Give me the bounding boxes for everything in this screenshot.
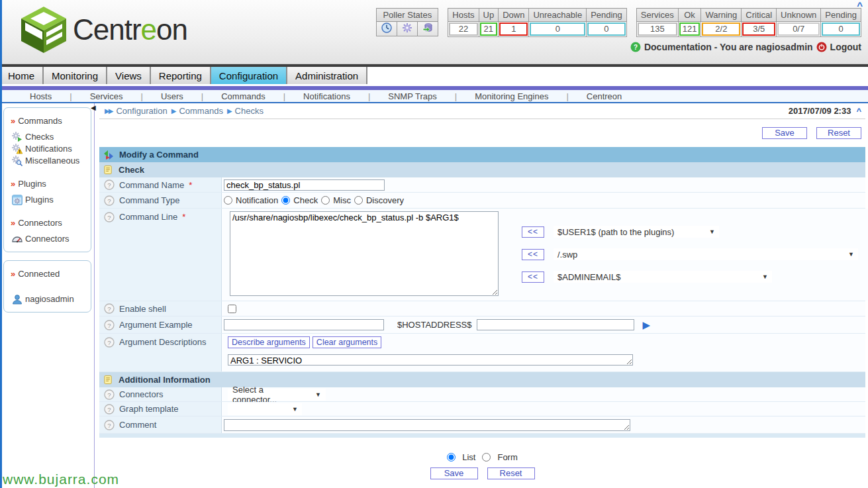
breadcrumb-checks[interactable]: Checks [235, 106, 264, 116]
tab-monitoring[interactable]: Monitoring [44, 67, 107, 84]
sidebar-item-connectors[interactable]: Connectors [9, 233, 87, 245]
insert-left-button[interactable]: << [522, 249, 544, 260]
help-circle-icon[interactable]: ? [104, 320, 115, 330]
tab-home[interactable]: Home [0, 67, 44, 84]
logout-link[interactable]: Logout [830, 42, 861, 52]
radio-discovery[interactable] [354, 196, 363, 205]
tab-views[interactable]: Views [107, 67, 151, 84]
database-export-icon [422, 23, 433, 33]
tab-configuration[interactable]: Configuration [211, 67, 287, 84]
radio-check[interactable] [281, 196, 290, 205]
argument-descriptions-textarea[interactable]: ARG1 : SERVICIO [228, 354, 633, 366]
hosts-down-value[interactable]: 1 [499, 23, 528, 36]
help-circle-icon[interactable]: ? [104, 420, 115, 430]
services-ok-value[interactable]: 121 [679, 23, 700, 36]
subnav-notifications[interactable]: Notifications [285, 91, 368, 101]
command-name-input[interactable] [224, 179, 385, 191]
documentation-user-text[interactable]: Documentation - You are nagiosadmin [644, 42, 813, 52]
subnav-users[interactable]: Users [143, 91, 201, 101]
tab-administration[interactable]: Administration [287, 67, 367, 84]
breadcrumb-commands[interactable]: Commands [179, 106, 222, 116]
radio-notification-label[interactable]: Notification [236, 195, 278, 205]
dropdown-arrow-icon: ▼ [762, 273, 768, 280]
graph-template-select[interactable]: ▼ [228, 403, 302, 415]
services-unknown-value[interactable]: 0/7 [777, 23, 820, 36]
connectors-label: Connectors [119, 389, 163, 399]
check-section-bar: Check [99, 162, 865, 177]
radio-discovery-label[interactable]: Discovery [366, 195, 404, 205]
command-line-textarea[interactable]: /usr/share/nagiosbp/libexec/check_bp_sta… [230, 211, 499, 296]
enable-shell-checkbox[interactable] [228, 305, 236, 313]
services-warning-value[interactable]: 2/2 [702, 23, 740, 36]
collapse-arrow-icon[interactable]: ◀ [91, 104, 96, 111]
sidebar-item-miscellaneous[interactable]: Miscellaneous [9, 155, 87, 167]
help-icon[interactable]: ? [630, 42, 641, 52]
subnav-snmp-traps[interactable]: SNMP Traps [370, 91, 454, 101]
hosts-unreachable-value[interactable]: 0 [530, 23, 585, 36]
additional-info-title: Additional Information [119, 375, 211, 385]
sidebar-item-notifications[interactable]: Notifications [9, 143, 87, 155]
sidebar-item-nagiosadmin[interactable]: nagiosadmin [9, 293, 87, 305]
services-total-value[interactable]: 135 [638, 23, 677, 36]
help-circle-icon[interactable]: ? [104, 303, 115, 314]
radio-form-label[interactable]: Form [497, 452, 517, 462]
macro-row-adminemail: << $ADMINEMAIL$▼ [522, 271, 868, 283]
subnav-monitoring-engines[interactable]: Monitoring Engines [457, 91, 566, 101]
user1-macro-select[interactable]: $USER1$ (path to the plugins)▼ [554, 226, 719, 238]
connector-select[interactable]: Select a connector...▼ [228, 389, 326, 401]
radio-form[interactable] [482, 453, 491, 462]
argument-example-input-1[interactable] [224, 319, 384, 330]
breadcrumb-double-arrow-icon: ▶▶ [105, 107, 112, 115]
insert-left-button[interactable]: << [522, 226, 544, 238]
help-circle-icon[interactable]: ? [104, 179, 115, 190]
poller-activity-cell[interactable] [397, 22, 418, 36]
radio-check-label[interactable]: Check [293, 195, 318, 205]
comment-textarea[interactable] [224, 419, 630, 431]
breadcrumb-configuration[interactable]: Configuration [116, 106, 167, 116]
services-critical-value[interactable]: 3/5 [742, 23, 775, 36]
help-circle-icon[interactable]: ? [104, 389, 115, 400]
sidebar-item-plugins[interactable]: Plugins [9, 194, 87, 206]
double-chevron-icon: » [11, 116, 15, 126]
adminemail-macro-select[interactable]: $ADMINEMAIL$▼ [554, 271, 772, 283]
save-button-top[interactable]: Save [762, 127, 807, 139]
hosts-up-value[interactable]: 21 [480, 23, 498, 36]
clear-arguments-button[interactable]: Clear arguments [313, 336, 381, 348]
subnav-commands[interactable]: Commands [203, 91, 283, 101]
radio-misc[interactable] [321, 196, 330, 205]
help-circle-icon[interactable]: ? [104, 337, 115, 348]
help-circle-icon[interactable]: ? [104, 195, 115, 206]
help-circle-icon[interactable]: ? [104, 212, 115, 222]
subnav-centreon[interactable]: Centreon [569, 91, 640, 101]
help-circle-icon[interactable]: ? [104, 404, 115, 415]
reset-button-top[interactable]: Reset [816, 127, 861, 139]
power-icon[interactable] [816, 42, 827, 52]
radio-misc-label[interactable]: Misc [333, 195, 351, 205]
command-name-label: Command Name [119, 180, 184, 190]
radio-notification[interactable] [224, 196, 232, 205]
argument-example-input-2[interactable] [477, 319, 634, 330]
caret-up-icon[interactable]: ^ [856, 106, 861, 116]
plugin-file-select[interactable]: /.swp▼ [554, 248, 858, 260]
centreon-logo[interactable]: Centreon [20, 5, 187, 54]
play-icon[interactable]: ▶ [642, 319, 650, 331]
hosts-total-value[interactable]: 22 [449, 23, 477, 36]
describe-arguments-button[interactable]: Describe arguments [228, 336, 310, 348]
insert-left-button[interactable]: << [522, 271, 544, 283]
radio-list-label[interactable]: List [462, 452, 475, 462]
services-pending-value[interactable]: 0 [822, 23, 860, 36]
reset-button-bottom[interactable]: Reset [487, 467, 535, 479]
sidebar-section-title: Commands [18, 116, 62, 126]
tab-reporting[interactable]: Reporting [151, 67, 211, 84]
radio-list[interactable] [447, 453, 456, 462]
sidebar-item-checks[interactable]: Checks [9, 131, 87, 143]
hosts-pending-value[interactable]: 0 [587, 23, 626, 36]
subnav-hosts[interactable]: Hosts [12, 91, 70, 101]
sidebar-item-label: Connectors [25, 233, 69, 245]
save-button-bottom[interactable]: Save [430, 467, 478, 479]
centreon-page: Centreon ^ Poller States [0, 0, 868, 488]
poller-latency-cell[interactable] [377, 22, 397, 36]
poller-export-cell[interactable] [418, 22, 438, 36]
double-chevron-icon: » [11, 218, 15, 228]
subnav-services[interactable]: Services [72, 91, 141, 101]
